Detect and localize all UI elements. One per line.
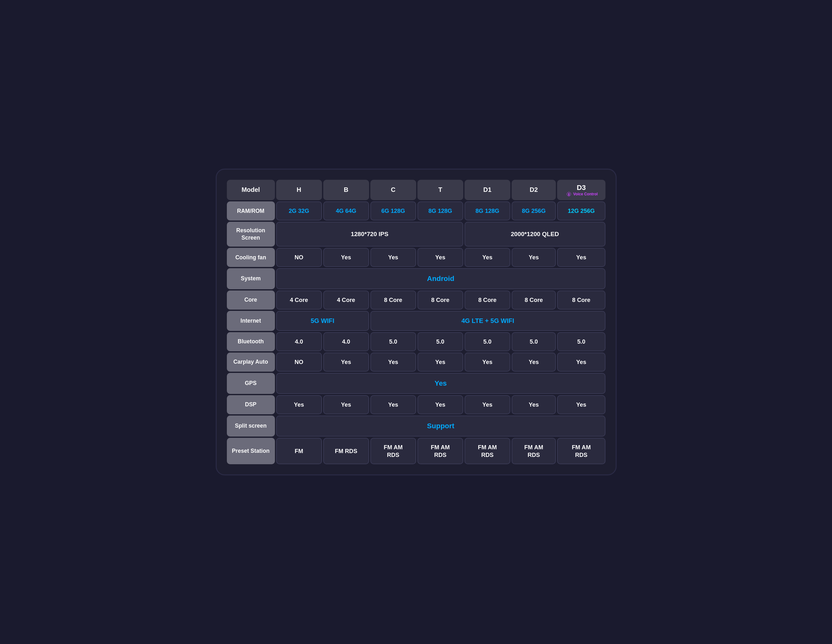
core-t: 8 Core (418, 290, 463, 309)
dsp-h: Yes (276, 395, 322, 414)
internet-label: Internet (227, 311, 275, 331)
dsp-t: Yes (418, 395, 463, 414)
dsp-d2: Yes (512, 395, 556, 414)
gps-value: Yes (276, 373, 605, 394)
internet-row: Internet 5G WIFI 4G LTE + 5G WIFI (227, 311, 605, 331)
cooling-b: Yes (323, 248, 369, 267)
dsp-c: Yes (370, 395, 416, 414)
preset-d1: FM AM RDS (464, 438, 510, 465)
preset-d3: FM AM RDS (557, 438, 605, 465)
core-b: 4 Core (323, 290, 369, 309)
dsp-row: DSP Yes Yes Yes Yes Yes Yes Yes (227, 395, 605, 414)
ram-t: 8G 128G (418, 202, 463, 221)
ram-b: 4G 64G (323, 202, 369, 221)
bt-c: 5.0 (370, 332, 416, 351)
core-row: Core 4 Core 4 Core 8 Core 8 Core 8 Core … (227, 290, 605, 309)
ram-h: 2G 32G (276, 202, 322, 221)
ram-row: RAM/ROM 2G 32G 4G 64G 6G 128G 8G 128G 8G… (227, 202, 605, 221)
bluetooth-row: Bluetooth 4.0 4.0 5.0 5.0 5.0 5.0 5.0 (227, 332, 605, 351)
voice-control-label: Voice Control (560, 192, 603, 197)
svg-rect-1 (568, 194, 570, 195)
carplay-b: Yes (323, 352, 369, 372)
bt-d2: 5.0 (512, 332, 556, 351)
carplay-d2: Yes (512, 352, 556, 372)
preset-b: FM RDS (323, 438, 369, 465)
cooling-d1: Yes (464, 248, 510, 267)
split-row: Split screen Support (227, 415, 605, 437)
internet-lte: 4G LTE + 5G WIFI (370, 311, 605, 331)
b-header: B (323, 180, 369, 200)
d3-header: D3 Voice Control (557, 180, 605, 200)
split-value: Support (276, 415, 605, 437)
cooling-row: Cooling fan NO Yes Yes Yes Yes Yes Yes (227, 248, 605, 267)
resolution-label: ResolutionScreen (227, 222, 275, 247)
cooling-h: NO (276, 248, 322, 267)
c-header: C (370, 180, 416, 200)
system-value: Android (276, 268, 605, 289)
carplay-row: Carplay Auto NO Yes Yes Yes Yes Yes Yes (227, 352, 605, 372)
ram-c: 6G 128G (370, 202, 416, 221)
system-row: System Android (227, 268, 605, 289)
voice-icon (566, 192, 572, 196)
preset-label: Preset Station (227, 438, 275, 465)
dsp-d1: Yes (464, 395, 510, 414)
preset-t: FM AM RDS (418, 438, 463, 465)
comparison-table: Model H B C T D1 D2 D3 V (226, 178, 607, 466)
resolution-ips: 1280*720 IPS (276, 222, 463, 247)
dsp-b: Yes (323, 395, 369, 414)
resolution-row: ResolutionScreen 1280*720 IPS 2000*1200 … (227, 222, 605, 247)
t-header: T (418, 180, 463, 200)
h-header: H (276, 180, 322, 200)
internet-wifi: 5G WIFI (276, 311, 369, 331)
cooling-d3: Yes (557, 248, 605, 267)
dsp-label: DSP (227, 395, 275, 414)
preset-h: FM (276, 438, 322, 465)
split-label: Split screen (227, 415, 275, 437)
ram-label: RAM/ROM (227, 202, 275, 221)
bt-b: 4.0 (323, 332, 369, 351)
preset-c: FM AM RDS (370, 438, 416, 465)
system-label: System (227, 268, 275, 289)
bt-h: 4.0 (276, 332, 322, 351)
ram-d2: 8G 256G (512, 202, 556, 221)
core-d1: 8 Core (464, 290, 510, 309)
cooling-t: Yes (418, 248, 463, 267)
bluetooth-label: Bluetooth (227, 332, 275, 351)
comparison-container: Model H B C T D1 D2 D3 V (216, 169, 617, 476)
carplay-c: Yes (370, 352, 416, 372)
core-c: 8 Core (370, 290, 416, 309)
core-label: Core (227, 290, 275, 309)
ram-d3: 12G 256G (557, 202, 605, 221)
core-d2: 8 Core (512, 290, 556, 309)
bt-d3: 5.0 (557, 332, 605, 351)
bt-t: 5.0 (418, 332, 463, 351)
gps-label: GPS (227, 373, 275, 394)
preset-d2: FM AM RDS (512, 438, 556, 465)
ram-d1: 8G 128G (464, 202, 510, 221)
core-h: 4 Core (276, 290, 322, 309)
resolution-qled: 2000*1200 QLED (464, 222, 605, 247)
carplay-d3: Yes (557, 352, 605, 372)
carplay-t: Yes (418, 352, 463, 372)
carplay-label: Carplay Auto (227, 352, 275, 372)
carplay-d1: Yes (464, 352, 510, 372)
cooling-d2: Yes (512, 248, 556, 267)
model-header: Model (227, 180, 275, 200)
d1-header: D1 (464, 180, 510, 200)
preset-row: Preset Station FM FM RDS FM AM RDS FM AM… (227, 438, 605, 465)
dsp-d3: Yes (557, 395, 605, 414)
bt-d1: 5.0 (464, 332, 510, 351)
d2-header: D2 (512, 180, 556, 200)
d3-label: D3 (577, 184, 586, 192)
cooling-c: Yes (370, 248, 416, 267)
carplay-h: NO (276, 352, 322, 372)
cooling-label: Cooling fan (227, 248, 275, 267)
gps-row: GPS Yes (227, 373, 605, 394)
core-d3: 8 Core (557, 290, 605, 309)
